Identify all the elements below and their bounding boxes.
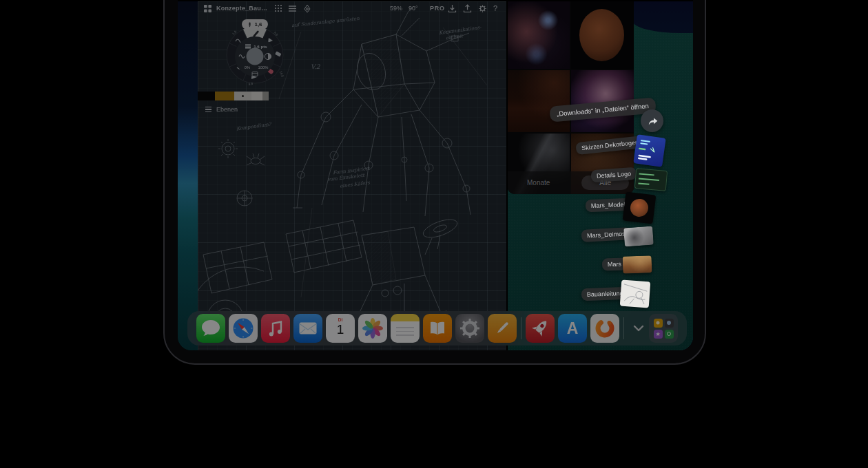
drag-thumb-chalkboard-logo[interactable] xyxy=(634,168,668,191)
drag-thumb-sketch-page[interactable] xyxy=(620,280,651,308)
drag-thumb-mars-globe[interactable] xyxy=(623,191,657,224)
drag-item-label[interactable]: Details Logo xyxy=(590,167,637,183)
page-background: auf Sonderanlage umrüsten Kommunikations… xyxy=(0,0,868,468)
drag-thumb-deimos-photo[interactable] xyxy=(623,226,654,247)
drag-drop-layer: „Downloads“ in „Dateien“ öffnen Skizzen … xyxy=(178,1,693,350)
ipad-device: auf Sonderanlage umrüsten Kommunikations… xyxy=(163,0,706,365)
forward-arrow-icon xyxy=(646,116,658,126)
drag-thumb-mars-landscape[interactable] xyxy=(623,255,652,273)
open-in-files-button[interactable] xyxy=(641,109,663,132)
drag-thumb-sticker-sheet[interactable] xyxy=(633,134,665,167)
ipad-screen: auf Sonderanlage umrüsten Kommunikations… xyxy=(178,0,693,350)
